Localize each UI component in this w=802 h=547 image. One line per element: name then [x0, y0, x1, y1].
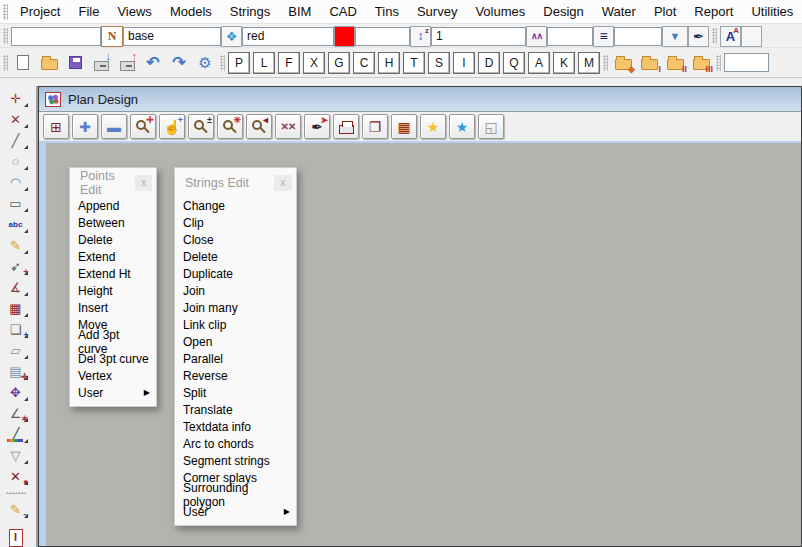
strings-edit-link-clip[interactable]: Link clip — [175, 316, 296, 333]
model-picker-button[interactable]: ❖ — [221, 26, 242, 47]
key-button-a[interactable]: A — [528, 52, 550, 74]
strings-edit-join[interactable]: Join — [175, 282, 296, 299]
project-folder-button[interactable]: ◆ — [611, 51, 635, 74]
freehand-draw-button[interactable]: ✎~ — [3, 499, 29, 520]
zoom-in-out-button[interactable]: ± — [188, 114, 214, 139]
zoom-out-button[interactable]: ▬ — [101, 114, 127, 139]
key-button-p[interactable]: P — [228, 52, 250, 74]
menu-volumes[interactable]: Volumes — [466, 4, 534, 19]
key-button-g[interactable]: G — [328, 52, 350, 74]
colour-segment-button[interactable]: ╱ — [3, 424, 29, 445]
model-field[interactable] — [123, 27, 221, 46]
create-text-button[interactable]: abc — [3, 214, 29, 235]
points-edit-insert[interactable]: Insert — [70, 299, 156, 316]
key-button-x[interactable]: X — [303, 52, 325, 74]
zoom-window-button[interactable]: ✛ — [130, 114, 156, 139]
strings-edit-surrounding-polygon[interactable]: Surrounding polygon — [175, 486, 296, 503]
key-button-l[interactable]: L — [253, 52, 275, 74]
plot-button[interactable] — [333, 114, 359, 139]
strings-edit-open[interactable]: Open — [175, 333, 296, 350]
menu-project[interactable]: Project — [11, 4, 69, 19]
delete-button[interactable]: ✕● — [3, 466, 29, 487]
key-button-h[interactable]: H — [378, 52, 400, 74]
height-picker-button[interactable]: ↕z — [410, 26, 431, 47]
menu-design[interactable]: Design — [534, 4, 592, 19]
toolbar-grip[interactable] — [3, 28, 8, 44]
search-field[interactable] — [724, 53, 769, 72]
linestyle-field[interactable] — [547, 27, 593, 46]
copy-page-button[interactable]: ❐ — [362, 114, 388, 139]
move-button[interactable]: ✥ — [3, 382, 29, 403]
create-point-button[interactable]: ✛ — [3, 88, 29, 109]
open-folder-button[interactable] — [37, 51, 61, 74]
palette-title-bar[interactable]: Points Edit x — [70, 168, 156, 197]
text-cursor-button[interactable]: I — [3, 520, 29, 541]
polygon-button[interactable]: ▱ — [3, 340, 29, 361]
key-button-s[interactable]: S — [428, 52, 450, 74]
strings-edit-translate[interactable]: Translate — [175, 401, 296, 418]
macro-folder-1-button[interactable]: I — [637, 51, 661, 74]
menu-models[interactable]: Models — [161, 4, 221, 19]
key-button-c[interactable]: C — [353, 52, 375, 74]
strings-edit-textdata-info[interactable]: Textdata info — [175, 418, 296, 435]
close-icon[interactable]: x — [135, 175, 152, 191]
points-edit-extend-ht[interactable]: Extend Ht — [70, 265, 156, 282]
macro-folder-2-button[interactable]: II — [663, 51, 687, 74]
close-icon[interactable]: x — [274, 175, 292, 191]
redo-button[interactable]: ↷ — [167, 51, 191, 74]
strings-edit-close[interactable]: Close — [175, 231, 296, 248]
toolbar-grip[interactable] — [603, 55, 608, 71]
linestyle-picker-button[interactable]: ≡ — [593, 26, 614, 47]
strings-edit-split[interactable]: Split — [175, 384, 296, 401]
points-edit-between[interactable]: Between — [70, 214, 156, 231]
menu-utilities[interactable]: Utilities — [742, 4, 802, 19]
points-edit-user[interactable]: User▶ — [70, 384, 156, 401]
key-button-k[interactable]: K — [553, 52, 575, 74]
points-edit-add-3pt-curve[interactable]: Add 3pt curve — [70, 333, 156, 350]
textstyle-button[interactable]: AA — [720, 26, 741, 47]
strings-edit-segment-strings[interactable]: Segment strings — [175, 452, 296, 469]
menu-views[interactable]: Views — [108, 4, 160, 19]
traverse-button[interactable]: ∡ — [3, 277, 29, 298]
angle-button[interactable]: ∠✶ — [3, 403, 29, 424]
create-rectangle-button[interactable]: ▭ — [3, 193, 29, 214]
key-button-q[interactable]: Q — [503, 52, 525, 74]
create-arc-button[interactable]: ◠ — [3, 172, 29, 193]
points-edit-append[interactable]: Append — [70, 197, 156, 214]
select-pen-button[interactable]: ✒➤ — [304, 114, 330, 139]
menu-tins[interactable]: Tins — [366, 4, 408, 19]
weight-picker-button[interactable]: ∧∧ — [526, 26, 547, 47]
toolbar-grip[interactable] — [3, 4, 8, 20]
cad-text-field[interactable] — [11, 27, 101, 46]
image-button[interactable]: ▤✛ — [3, 361, 29, 382]
macro-folder-3-button[interactable]: III — [689, 51, 713, 74]
strings-edit-reverse[interactable]: Reverse — [175, 367, 296, 384]
save-button[interactable] — [63, 51, 87, 74]
points-edit-del-3pt-curve[interactable]: Del 3pt curve — [70, 350, 156, 367]
symbol-dropdown-button[interactable]: ▼ — [662, 26, 688, 47]
strings-edit-join-many[interactable]: Join many — [175, 299, 296, 316]
plan-view-canvas[interactable]: Points Edit x AppendBetweenDeleteExtendE… — [46, 143, 801, 546]
colour-field[interactable] — [242, 27, 334, 46]
symbol-field[interactable] — [614, 27, 662, 46]
strings-edit-clip[interactable]: Clip — [175, 214, 296, 231]
menu-bim[interactable]: BIM — [279, 4, 320, 19]
key-button-t[interactable]: T — [403, 52, 425, 74]
create-line-button[interactable]: ╱ — [3, 130, 29, 151]
favourites-button[interactable]: ★ — [420, 114, 446, 139]
key-button-f[interactable]: F — [278, 52, 300, 74]
points-edit-delete[interactable]: Delete — [70, 231, 156, 248]
key-button-d[interactable]: D — [478, 52, 500, 74]
menu-strings[interactable]: Strings — [221, 4, 279, 19]
strings-edit-change[interactable]: Change — [175, 197, 296, 214]
edit-text-button[interactable]: ✎ — [3, 235, 29, 256]
favourites-alt-button[interactable]: ★ — [449, 114, 475, 139]
window-title-bar[interactable]: Plan Design — [39, 87, 801, 111]
grid-button[interactable]: ▦ — [3, 298, 29, 319]
height-field[interactable] — [355, 27, 410, 46]
create-circle-button[interactable]: ○ — [3, 151, 29, 172]
strings-edit-arc-to-chords[interactable]: Arc to chords — [175, 435, 296, 452]
strings-edit-parallel[interactable]: Parallel — [175, 350, 296, 367]
menu-cad[interactable]: CAD — [320, 4, 365, 19]
menu-report[interactable]: Report — [685, 4, 742, 19]
